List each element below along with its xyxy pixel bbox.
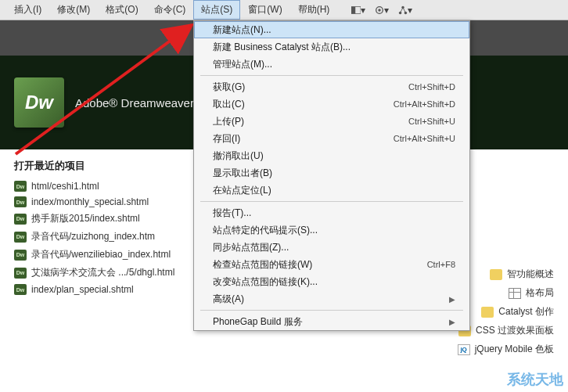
menu-change-links[interactable]: 改变站点范围的链接(K)...: [194, 273, 469, 290]
menu-manage-sites[interactable]: 管理站点(M)...: [194, 56, 469, 73]
jquery-icon: jQ: [458, 344, 470, 355]
dw-file-icon: Dw: [14, 250, 27, 261]
svg-point-4: [402, 5, 404, 8]
menu-undo-checkout[interactable]: 撤消取出(U): [194, 147, 469, 164]
dw-file-icon: Dw: [14, 214, 27, 225]
menu-put[interactable]: 上传(P)Ctrl+Shift+U: [194, 113, 469, 130]
feature-css-transitions[interactable]: CSS 过渡效果面板: [458, 324, 554, 337]
menu-help[interactable]: 帮助(H): [290, 0, 338, 20]
feature-overview[interactable]: 智功能概述: [458, 268, 554, 281]
menu-phonegap[interactable]: PhoneGap Build 服务▶: [194, 313, 469, 330]
network-icon[interactable]: ▾: [398, 3, 412, 17]
site-menu-dropdown: 新建站点(N)... 新建 Business Catalyst 站点(B)...…: [193, 20, 470, 331]
menu-advanced[interactable]: 高级(A)▶: [194, 290, 469, 307]
dw-file-icon: Dw: [14, 268, 27, 279]
dw-file-icon: Dw: [14, 181, 27, 192]
menu-checkin[interactable]: 存回(I)Ctrl+Alt+Shift+U: [194, 130, 469, 147]
grid-icon: [509, 288, 521, 299]
dw-file-icon: Dw: [14, 284, 27, 295]
menu-command[interactable]: 命令(C): [146, 0, 194, 20]
chevron-right-icon: ▶: [449, 295, 455, 304]
separator: [200, 310, 463, 311]
watermark: 系统天地: [502, 367, 568, 392]
menu-modify[interactable]: 修改(M): [49, 0, 98, 20]
menu-sync-sitewide[interactable]: 同步站点范围(Z)...: [194, 239, 469, 256]
feature-jquery-mobile[interactable]: jQjQuery Mobile 色板: [458, 343, 554, 356]
menu-site[interactable]: 站点(S): [193, 0, 240, 20]
menu-site-code-hints[interactable]: 站点特定的代码提示(S)...: [194, 221, 469, 239]
menu-checkout[interactable]: 取出(C)Ctrl+Alt+Shift+D: [194, 95, 469, 113]
menu-new-bc-site[interactable]: 新建 Business Catalyst 站点(B)...: [194, 38, 469, 56]
menu-window[interactable]: 窗口(W): [240, 0, 289, 20]
menu-new-site[interactable]: 新建站点(N)...: [194, 21, 469, 38]
separator: [200, 75, 463, 76]
menu-insert[interactable]: 插入(I): [6, 0, 49, 20]
menu-check-links[interactable]: 检查站点范围的链接(W)Ctrl+F8: [194, 256, 469, 273]
chevron-right-icon: ▶: [449, 318, 455, 326]
feature-grid-layout[interactable]: 格布局: [458, 286, 554, 300]
dw-file-icon: Dw: [14, 232, 27, 243]
menubar: 插入(I) 修改(M) 格式(O) 命令(C) 站点(S) 窗口(W) 帮助(H…: [0, 0, 568, 20]
layout-icon[interactable]: ▾: [351, 3, 365, 17]
feature-catalyst[interactable]: Catalyst 创作: [458, 305, 554, 318]
dreamweaver-logo-icon: Dw: [14, 77, 64, 128]
svg-rect-1: [351, 6, 355, 13]
folder-icon: [490, 269, 502, 280]
menu-show-checkedout-by[interactable]: 显示取出者(B): [194, 164, 469, 182]
svg-point-5: [399, 11, 401, 13]
svg-line-8: [403, 7, 405, 13]
toolbar-icons: ▾ ▾ ▾: [351, 3, 412, 17]
gear-icon[interactable]: ▾: [375, 3, 389, 17]
svg-point-3: [379, 9, 381, 11]
svg-line-7: [401, 7, 403, 13]
menu-locate-in-site[interactable]: 在站点定位(L): [194, 182, 469, 199]
menu-format[interactable]: 格式(O): [98, 0, 146, 20]
svg-point-6: [404, 11, 407, 13]
menu-reports[interactable]: 报告(T)...: [194, 204, 469, 221]
menu-get[interactable]: 获取(G)Ctrl+Shift+D: [194, 78, 469, 95]
right-column: 智功能概述 格布局 Catalyst 创作 CSS 过渡效果面板 jQjQuer…: [458, 268, 554, 356]
folder-icon: [481, 307, 494, 318]
dw-file-icon: Dw: [14, 196, 27, 207]
separator: [200, 201, 463, 202]
